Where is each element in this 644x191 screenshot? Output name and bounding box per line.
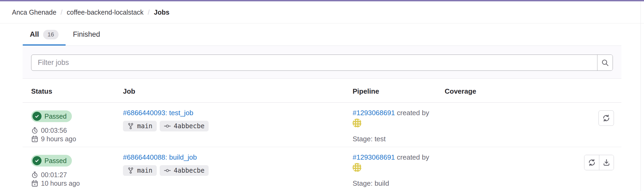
commit-sha: 4abbecbe [174,122,205,130]
check-icon [34,114,40,119]
branch-icon [127,167,134,174]
jobs-table-header: Status Job Pipeline Coverage [23,79,621,103]
filter-input-group [31,55,613,71]
branch-icon [127,123,134,130]
jobs-tabs: All 16 Finished [23,23,621,46]
status-cell: Passed 00:03:56 [23,103,114,147]
coverage-cell [436,147,524,191]
retry-icon [602,114,610,122]
pipeline-creator-avatar[interactable] [353,119,361,127]
status-check-circle [32,112,42,121]
job-age-value: 10 hours ago [41,179,80,188]
stopwatch-icon [31,171,38,178]
retry-job-button[interactable] [598,110,614,126]
pipeline-created-by-text: created by [397,109,429,117]
commit-icon [164,123,171,130]
actions-cell [524,147,621,191]
job-row: Passed 00:01:27 [23,147,621,191]
search-button[interactable] [597,55,613,70]
header-job: Job [114,79,344,102]
header-status: Status [23,79,114,102]
job-row: Passed 00:03:56 [23,103,621,147]
calendar-icon [31,135,38,143]
breadcrumb-group-link[interactable]: Anca Ghenade [12,9,56,16]
job-duration: 00:01:27 [31,171,114,179]
header-coverage: Coverage [436,79,524,102]
tab-finished-label: Finished [73,30,100,39]
job-actions-group [584,155,614,170]
window-scrollbar[interactable] [641,1,641,191]
commit-ref-pill[interactable]: 4abbecbe [160,165,209,176]
job-age: 9 hours ago [31,135,114,143]
pipeline-created-by-text: created by [397,153,429,161]
pipeline-stage: Stage: build [353,179,436,188]
job-link[interactable]: #6866440093: test_job [123,109,193,117]
job-age-value: 9 hours ago [41,135,76,143]
pipeline-cell: #1293068691 created by Stage: build [344,147,436,191]
status-badge-passed[interactable]: Passed [31,155,72,167]
status-cell: Passed 00:01:27 [23,147,114,191]
download-artifacts-button[interactable] [599,155,614,170]
download-icon [602,159,610,167]
filter-panel [23,46,621,79]
pipeline-stage: Stage: test [353,135,436,143]
pipeline-link[interactable]: #1293068691 [353,153,395,161]
pipeline-cell: #1293068691 created by Stage: test [344,103,436,147]
commit-ref-pill[interactable]: 4abbecbe [160,121,209,131]
job-duration-value: 00:01:27 [41,171,67,179]
commit-icon [164,167,171,174]
calendar-icon [31,180,38,187]
branch-name: main [137,167,152,174]
status-badge-label: Passed [44,113,67,120]
pipeline-link[interactable]: #1293068691 [353,109,395,117]
header-pipeline: Pipeline [344,79,436,102]
retry-job-button[interactable] [584,155,599,170]
job-cell: #6866440093: test_job main [114,103,344,147]
pipeline-info: #1293068691 created by [353,152,432,172]
pipeline-info: #1293068691 created by [353,108,432,128]
status-badge-label: Passed [44,157,67,165]
retry-icon [588,159,596,167]
tab-all[interactable]: All 16 [23,23,66,45]
job-refs: main 4abbecbe [123,165,344,176]
commit-sha: 4abbecbe [174,167,205,174]
breadcrumb-separator: / [148,9,150,16]
coverage-cell [436,103,524,147]
actions-cell [524,103,621,147]
breadcrumb: Anca Ghenade / coffee-backend-localstack… [12,9,170,16]
breadcrumb-project-link[interactable]: coffee-backend-localstack [67,9,144,16]
job-cell: #6866440088: build_job main [114,147,344,191]
jobs-table: Status Job Pipeline Coverage Passed [23,79,621,191]
stopwatch-icon [31,127,38,134]
tab-finished[interactable]: Finished [66,23,107,45]
job-duration: 00:03:56 [31,126,114,135]
branch-ref-pill[interactable]: main [123,121,157,131]
job-refs: main 4abbecbe [123,121,344,131]
job-age: 10 hours ago [31,179,114,188]
status-badge-passed[interactable]: Passed [31,110,72,122]
breadcrumb-separator: / [61,9,63,16]
branch-ref-pill[interactable]: main [123,165,157,176]
pipeline-creator-avatar[interactable] [353,163,361,172]
filter-jobs-input[interactable] [31,55,597,70]
job-link[interactable]: #6866440088: build_job [123,153,197,161]
search-icon [601,59,609,67]
tab-all-count-badge: 16 [43,30,59,39]
job-duration-value: 00:03:56 [41,126,67,135]
branch-name: main [137,122,152,130]
header-actions [524,79,621,102]
check-icon [34,158,40,163]
breadcrumb-bar: Anca Ghenade / coffee-backend-localstack… [0,1,644,23]
status-check-circle [32,156,42,165]
tab-all-label: All [30,30,39,39]
breadcrumb-current-page: Jobs [154,9,169,16]
jobs-page-content: All 16 Finished Status Job Pipeline [23,23,621,191]
